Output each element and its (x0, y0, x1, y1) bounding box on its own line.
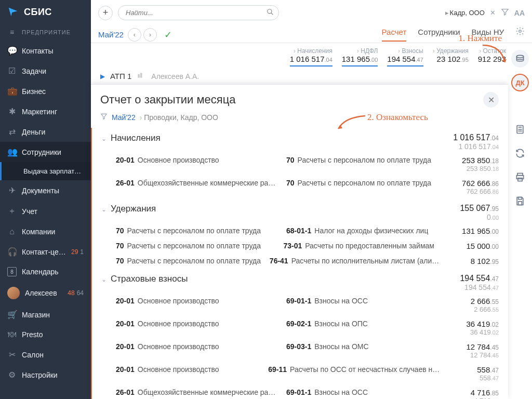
font-size-icon[interactable]: AA (514, 9, 525, 17)
chevron-down-icon[interactable]: ⌄ (101, 206, 107, 213)
sidebar-item-13[interactable]: 🍽Presto (0, 325, 91, 344)
add-button[interactable]: + (98, 6, 113, 20)
sidebar-item-8[interactable]: ⌂Компании (0, 222, 91, 242)
nav-icon: ⌂ (7, 227, 17, 236)
nav-label: Presto (22, 330, 43, 339)
svg-point-11 (518, 131, 519, 131)
svg-point-2 (519, 30, 522, 33)
filter-icon[interactable] (100, 113, 108, 122)
nav-label: Сотрудники (22, 148, 61, 156)
refresh-icon[interactable] (511, 144, 529, 162)
section-header[interactable]: ⌄Страховые взносы194 554.47194 554.47 (101, 269, 499, 294)
report-row[interactable]: 20-01Основное производство70Расчеты с пе… (101, 153, 499, 176)
coins-icon[interactable] (511, 50, 529, 68)
clear-org-icon[interactable]: ✕ (490, 9, 496, 17)
summary-col-0[interactable]: Начисления1 016 517.04 (290, 47, 332, 66)
chevron-down-icon[interactable]: ⌄ (101, 276, 107, 283)
bird-icon (7, 6, 19, 18)
sidebar-item-1[interactable]: ☑Задачи (0, 61, 91, 81)
report-row[interactable]: 20-01Основное производство69-02-1Взносы … (101, 316, 499, 339)
summary-col-4[interactable]: Остаток912 293 (478, 47, 506, 66)
nav-icon: ⇄ (7, 127, 17, 137)
print-icon[interactable] (511, 168, 529, 186)
panel-title: Отчет о закрытии месяца (100, 93, 236, 107)
chevron-down-icon[interactable]: ⌄ (101, 135, 107, 142)
report-row[interactable]: 70Расчеты с персоналом по оплате труда76… (101, 254, 499, 269)
gear-icon[interactable] (515, 26, 525, 43)
report-row[interactable]: 70Расчеты с персоналом по оплате труда68… (101, 223, 499, 238)
sidebar-item-7[interactable]: ＋Учет (0, 201, 91, 222)
save-icon[interactable] (511, 192, 529, 210)
tab-2[interactable]: Виды НУ (472, 28, 504, 42)
sidebar-item-14[interactable]: ✂Салон (0, 344, 91, 365)
svg-point-12 (520, 131, 521, 131)
nav-icon: 💼 (7, 86, 17, 96)
section-header[interactable]: ⌄Удержания155 067.950.00 (101, 198, 499, 223)
sidebar: СБИС ≡ ПРЕДПРИЯТИЕ 💬Контакты☑Задачи💼Бизн… (0, 0, 91, 399)
expand-icon[interactable]: ▶ (100, 73, 105, 80)
dk-button[interactable]: ДК (511, 74, 529, 91)
calculator-icon[interactable] (511, 121, 529, 138)
period-next-button[interactable]: › (143, 28, 157, 42)
report-row[interactable]: 26-01Общехозяйственные коммерческие расх… (101, 176, 499, 198)
summary-col-1[interactable]: НДФЛ131 965.00 (342, 47, 378, 66)
svg-point-8 (518, 129, 519, 130)
group-name: АТП 1 (110, 72, 131, 81)
summary-row: Начисления1 016 517.04НДФЛ131 965.00Взно… (283, 43, 532, 66)
brand-text: СБИС (24, 7, 52, 18)
report-row[interactable]: 70Расчеты с персоналом по оплате труда73… (101, 238, 499, 254)
sidebar-item-6[interactable]: ✈Документы (0, 180, 91, 201)
period-selector[interactable]: Май'22 (98, 30, 124, 39)
nav-label: Магазин (22, 311, 50, 319)
panel-filter: Май'22 Проводки, Кадр, ООО (91, 111, 508, 128)
nav-label: Салон (22, 351, 44, 359)
nav-icon: 💬 (7, 46, 17, 56)
sidebar-item-5[interactable]: 👥Сотрудники (0, 142, 91, 162)
sidebar-item-2[interactable]: 💼Бизнес (0, 81, 91, 101)
report-row[interactable]: 20-01Основное производство69-01-1Взносы … (101, 294, 499, 316)
sidebar-item-10[interactable]: 8Календарь (0, 262, 91, 282)
section-header[interactable]: ⌄Начисления1 016 517.041 016 517.04 (101, 128, 499, 153)
nav-icon: ⚙ (7, 370, 17, 380)
sidebar-item-15[interactable]: ⚙Настройки (0, 365, 91, 385)
svg-rect-17 (518, 197, 522, 200)
firm-label: ПРЕДПРИЯТИЕ (22, 29, 71, 35)
summary-col-3[interactable]: Удержания23 102.95 (433, 47, 469, 66)
nav-icon: ✂ (7, 350, 17, 360)
group-row[interactable]: ▶ АТП 1 Алексеев А.А. (91, 66, 532, 86)
sidebar-subitem[interactable]: Выдача зарплат… (0, 162, 91, 180)
nav-label: Учет (22, 207, 37, 216)
report-row[interactable]: 20-01Основное производство69-11Расчеты п… (101, 362, 499, 385)
report-row[interactable]: 26-01Общехозяйственные коммерческие расх… (101, 385, 499, 399)
nav-icon: ✈ (7, 185, 17, 195)
search-icon[interactable] (267, 8, 274, 18)
nav-label: Контакт-це… (22, 248, 66, 256)
tab-1[interactable]: Сотрудники (418, 28, 460, 42)
sidebar-item-4[interactable]: ⇄Деньги (0, 122, 91, 142)
funnel-icon[interactable] (501, 8, 509, 18)
sidebar-item-9[interactable]: 🎧Контакт-це…291 (0, 242, 91, 262)
search-input[interactable] (118, 5, 279, 20)
report-row[interactable]: 20-01Основное производство69-03-1Взносы … (101, 339, 499, 362)
nav-icon: 🍽 (7, 330, 17, 339)
sidebar-item-11[interactable]: Алексеев4864 (0, 282, 91, 304)
summary-col-2[interactable]: Взносы194 554.47 (387, 47, 423, 66)
sidebar-item-12[interactable]: 🛒Магазин (0, 304, 91, 325)
firm-row[interactable]: ≡ ПРЕДПРИЯТИЕ (0, 24, 91, 41)
logo[interactable]: СБИС (0, 0, 91, 24)
nav-label: Контакты (22, 47, 53, 55)
nav-icon: ☑ (7, 66, 17, 76)
period-prev-button[interactable]: ‹ (128, 28, 141, 42)
svg-line-1 (271, 13, 273, 15)
building-icon (137, 72, 144, 81)
panel-period[interactable]: Май'22 (112, 113, 136, 122)
svg-rect-3 (138, 74, 140, 78)
check-icon[interactable]: ✓ (164, 29, 172, 41)
tab-0[interactable]: Расчет (382, 28, 407, 42)
sidebar-item-3[interactable]: ✱Маркетинг (0, 101, 91, 122)
sidebar-item-0[interactable]: 💬Контакты (0, 41, 91, 61)
nav-label: Деньги (22, 128, 45, 136)
org-selector[interactable]: ▸Кадр, ООО (445, 9, 485, 17)
close-button[interactable]: ✕ (483, 92, 499, 108)
nav-icon: 👥 (7, 147, 17, 157)
